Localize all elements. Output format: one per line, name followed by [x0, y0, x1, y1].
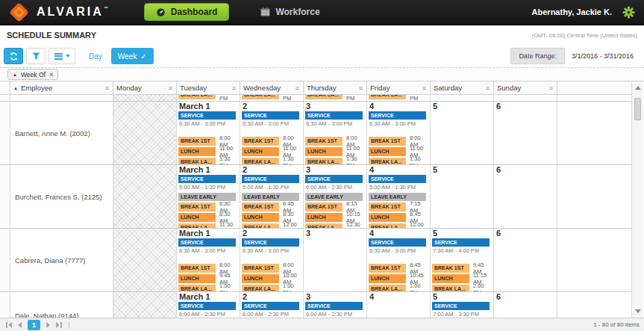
- column-menu-icon[interactable]: ≡: [422, 84, 426, 92]
- schedule-cell[interactable]: BREAK LA...3:00 PM: [177, 95, 240, 101]
- service-bar[interactable]: SERVICE: [178, 111, 236, 120]
- schedule-cell[interactable]: 3SERVICE6:00 AM - 2:30 PM: [304, 292, 367, 318]
- service-bar[interactable]: SERVICE: [242, 175, 299, 183]
- break-badge[interactable]: BREAK LA...: [369, 285, 406, 292]
- break-badge[interactable]: BREAK 1ST: [305, 202, 343, 211]
- break-badge[interactable]: BREAK 1ST: [242, 202, 279, 211]
- service-bar[interactable]: SERVICE: [369, 175, 426, 183]
- schedule-cell[interactable]: 2SERVICE5:00 AM - 1:30 PMLEAVE EARLYBREA…: [240, 165, 304, 228]
- break-badge[interactable]: BREAK LA...: [242, 223, 279, 229]
- schedule-cell[interactable]: 6: [494, 165, 557, 228]
- schedule-cell[interactable]: [494, 95, 557, 101]
- break-badge[interactable]: BREAK LA...: [305, 158, 343, 165]
- vertical-scrollbar[interactable]: [631, 81, 643, 318]
- next-page-button[interactable]: [45, 321, 51, 330]
- schedule-cell[interactable]: 4: [367, 292, 431, 318]
- break-badge[interactable]: BREAK LA...: [178, 95, 216, 99]
- column-menu-icon[interactable]: ≡: [486, 84, 490, 92]
- refresh-button[interactable]: [4, 48, 23, 64]
- day-view-toggle[interactable]: Day: [83, 48, 108, 64]
- break-badge[interactable]: BREAK 1ST: [369, 202, 406, 211]
- schedule-cell[interactable]: 4SERVICE6:30 AM - 3:00 PMBREAK 1ST8:45 A…: [367, 229, 431, 291]
- break-badge[interactable]: BREAK LA...: [432, 285, 469, 292]
- date-range-control[interactable]: Date Range: 3/1/2016 - 3/31/2016: [510, 48, 640, 64]
- column-header-employee[interactable]: ▲Employee≡: [10, 81, 113, 94]
- schedule-cell[interactable]: 5SERVICE7:30 AM - 4:00 PMBREAK 1ST9:45 A…: [431, 229, 494, 291]
- break-badge[interactable]: BREAK 1ST: [242, 264, 279, 273]
- break-badge[interactable]: BREAK LA...: [242, 285, 279, 292]
- column-menu-icon[interactable]: ≡: [296, 84, 299, 92]
- column-menu-icon[interactable]: ≡: [359, 84, 363, 92]
- break-badge[interactable]: BREAK 1ST: [178, 137, 216, 146]
- lunch-badge[interactable]: LUNCH: [369, 274, 406, 283]
- column-header-monday[interactable]: Monday≡: [113, 81, 177, 94]
- schedule-cell[interactable]: [113, 229, 177, 291]
- schedule-cell[interactable]: [431, 95, 494, 101]
- tab-workforce[interactable]: Workforce: [260, 7, 319, 17]
- schedule-cell[interactable]: [113, 292, 177, 318]
- scroll-down-icon[interactable]: [635, 309, 641, 313]
- schedule-cell[interactable]: 3SERVICE6:30 AM - 3:00 PMBREAK 1ST8:00 A…: [304, 102, 367, 164]
- lunch-badge[interactable]: LUNCH: [305, 147, 343, 156]
- schedule-cell[interactable]: BREAK LA...3:00 PM: [304, 95, 367, 101]
- column-header-sunday[interactable]: Sunday≡: [494, 81, 557, 94]
- break-badge[interactable]: BREAK 1ST: [242, 137, 279, 146]
- schedule-cell[interactable]: 5: [431, 102, 494, 164]
- break-badge[interactable]: BREAK LA...: [369, 95, 406, 99]
- lunch-badge[interactable]: LUNCH: [178, 213, 216, 222]
- schedule-cell[interactable]: BREAK LA...3:00 PM: [240, 95, 304, 101]
- column-header-thursday[interactable]: Thursday≡: [304, 81, 367, 94]
- schedule-cell[interactable]: March 1SERVICE5:00 AM - 1:30 PMLEAVE EAR…: [177, 165, 240, 228]
- break-badge[interactable]: BREAK LA...: [369, 223, 406, 229]
- tab-dashboard[interactable]: Dashboard: [144, 3, 230, 21]
- break-badge[interactable]: BREAK LA...: [305, 223, 343, 229]
- column-menu-icon[interactable]: ≡: [549, 84, 553, 92]
- lunch-badge[interactable]: LUNCH: [305, 213, 343, 222]
- service-bar[interactable]: SERVICE: [178, 238, 236, 247]
- service-bar[interactable]: SERVICE: [242, 238, 299, 247]
- column-header-wednesday[interactable]: Wednesday≡: [240, 81, 304, 94]
- column-menu-icon[interactable]: ≡: [232, 84, 236, 92]
- schedule-cell[interactable]: March 1SERVICE6:30 AM - 3:00 PMBREAK 1ST…: [177, 229, 240, 291]
- break-badge[interactable]: BREAK 1ST: [178, 264, 216, 273]
- service-bar[interactable]: SERVICE: [369, 238, 426, 247]
- break-badge[interactable]: BREAK 1ST: [432, 264, 469, 273]
- break-badge[interactable]: BREAK 1ST: [178, 202, 216, 211]
- lunch-badge[interactable]: LUNCH: [178, 147, 216, 156]
- schedule-cell[interactable]: 6: [494, 229, 557, 291]
- scroll-up-icon[interactable]: [635, 86, 641, 90]
- filter-button[interactable]: [26, 48, 46, 64]
- options-menu-button[interactable]: [49, 48, 75, 64]
- service-bar[interactable]: SERVICE: [432, 238, 490, 247]
- last-page-button[interactable]: [54, 321, 63, 330]
- lunch-badge[interactable]: LUNCH: [242, 147, 279, 156]
- schedule-cell[interactable]: 3SERVICE6:00 AM - 2:30 PMLEAVE EARLYBREA…: [304, 165, 367, 228]
- schedule-cell[interactable]: 4SERVICE6:30 AM - 3:00 PMBREAK 1ST8:00 A…: [367, 102, 431, 164]
- lunch-badge[interactable]: LUNCH: [432, 274, 469, 283]
- service-bar[interactable]: SERVICE: [305, 302, 363, 310]
- page-number-button[interactable]: 1: [28, 320, 40, 330]
- schedule-cell[interactable]: [113, 102, 177, 164]
- schedule-cell[interactable]: 4SERVICE5:00 AM - 1:30 PMLEAVE EARLYBREA…: [367, 165, 431, 228]
- chip-close-icon[interactable]: ×: [49, 71, 53, 78]
- schedule-cell[interactable]: [113, 165, 177, 228]
- first-page-button[interactable]: [4, 321, 13, 330]
- schedule-cell[interactable]: 6: [494, 102, 557, 164]
- service-bar[interactable]: SERVICE: [432, 302, 490, 310]
- service-bar[interactable]: SERVICE: [242, 302, 299, 310]
- schedule-cell[interactable]: 2SERVICE6:30 AM - 3:00 PMBREAK 1ST8:00 A…: [240, 229, 304, 291]
- break-badge[interactable]: BREAK LA...: [305, 95, 343, 99]
- settings-gear-icon[interactable]: [622, 6, 635, 19]
- previous-page-button[interactable]: [16, 321, 23, 330]
- week-view-toggle[interactable]: Week ✓: [111, 48, 154, 64]
- schedule-cell[interactable]: 3: [304, 229, 367, 291]
- column-header-saturday[interactable]: Saturday≡: [431, 81, 494, 94]
- lunch-badge[interactable]: LUNCH: [369, 213, 406, 222]
- scrollbar-thumb[interactable]: [634, 98, 641, 120]
- service-bar[interactable]: SERVICE: [305, 175, 363, 183]
- service-bar[interactable]: SERVICE: [178, 302, 236, 310]
- schedule-cell[interactable]: 5: [431, 165, 494, 228]
- column-menu-icon[interactable]: ≡: [169, 84, 172, 92]
- break-badge[interactable]: BREAK LA...: [242, 95, 279, 99]
- break-badge[interactable]: BREAK LA...: [178, 223, 216, 229]
